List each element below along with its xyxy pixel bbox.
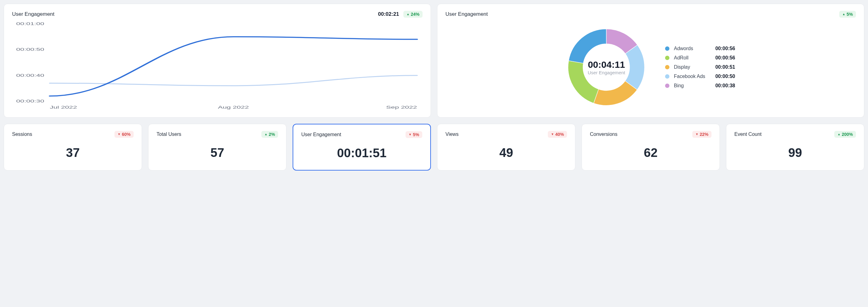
legend-color-icon xyxy=(665,84,670,88)
card-title: User Engagement xyxy=(12,11,55,17)
inline-metric: 00:02:21 xyxy=(378,11,399,17)
legend-label: Bing xyxy=(674,83,711,89)
svg-text:Jul 2022: Jul 2022 xyxy=(50,105,77,109)
kpi-value: 99 xyxy=(734,146,856,160)
donut-chart: 00:04:11 User Engagement xyxy=(566,27,647,108)
donut-legend: Adwords 00:00:56 AdRoll 00:00:56 Display… xyxy=(665,46,735,89)
svg-text:Aug 2022: Aug 2022 xyxy=(218,105,249,109)
svg-text:Sep 2022: Sep 2022 xyxy=(386,105,417,109)
kpi-value: 49 xyxy=(445,146,567,160)
caret-up-icon: ▲ xyxy=(406,13,409,16)
caret-up-icon: ▲ xyxy=(842,13,845,16)
card-header: User Engagement 00:02:21 ▲ 24% xyxy=(12,11,423,18)
kpi-label: Event Count xyxy=(734,131,762,137)
kpi-card[interactable]: Event Count ▲ 200% 99 xyxy=(726,124,864,171)
kpi-label: Views xyxy=(445,131,459,137)
change-badge: ▲ 2% xyxy=(261,131,278,138)
legend-item[interactable]: AdRoll 00:00:56 xyxy=(665,55,735,61)
legend-color-icon xyxy=(665,65,670,69)
change-badge: ▲ 5% xyxy=(839,11,856,18)
change-badge: ▼ 60% xyxy=(115,131,134,138)
kpi-label: Conversions xyxy=(590,131,617,137)
donut-center-value: 00:04:11 xyxy=(588,59,625,70)
kpi-card[interactable]: Conversions ▼ 22% 62 xyxy=(582,124,720,171)
legend-item[interactable]: Bing 00:00:38 xyxy=(665,83,735,89)
legend-value: 00:00:50 xyxy=(715,74,735,79)
change-text: 200% xyxy=(842,132,853,137)
kpi-value: 57 xyxy=(157,146,278,160)
change-text: 22% xyxy=(700,132,708,137)
change-badge: ▼ 5% xyxy=(406,131,422,138)
change-badge: ▲ 24% xyxy=(403,11,423,18)
change-badge: ▼ 40% xyxy=(548,131,567,138)
donut-chart-card: User Engagement ▲ 5% 00:04:11 User Engag… xyxy=(437,4,864,118)
caret-down-icon: ▼ xyxy=(551,133,554,136)
line-chart-card: User Engagement 00:02:21 ▲ 24% 00:00:300… xyxy=(4,4,431,118)
caret-up-icon: ▲ xyxy=(265,133,268,136)
caret-up-icon: ▲ xyxy=(837,133,840,136)
change-text: 5% xyxy=(413,132,419,137)
legend-label: Facebook Ads xyxy=(674,74,711,79)
legend-color-icon xyxy=(665,74,670,79)
legend-value: 00:00:51 xyxy=(715,64,735,70)
change-text: 40% xyxy=(555,132,564,137)
caret-down-icon: ▼ xyxy=(695,133,699,136)
kpi-label: Sessions xyxy=(12,131,32,137)
donut-center-label: User Engagement xyxy=(588,70,625,75)
legend-label: Display xyxy=(674,64,711,70)
kpi-card[interactable]: User Engagement ▼ 5% 00:01:51 xyxy=(292,124,431,171)
card-header: User Engagement ▲ 5% xyxy=(445,11,856,18)
legend-label: Adwords xyxy=(674,46,711,51)
legend-value: 00:00:56 xyxy=(715,46,735,51)
change-text: 60% xyxy=(122,132,130,137)
legend-item[interactable]: Adwords 00:00:56 xyxy=(665,46,735,51)
change-badge: ▲ 200% xyxy=(834,131,856,138)
svg-text:00:00:30: 00:00:30 xyxy=(16,99,44,103)
svg-text:00:00:40: 00:00:40 xyxy=(16,73,44,78)
legend-value: 00:00:38 xyxy=(715,83,735,89)
dashboard-grid: User Engagement 00:02:21 ▲ 24% 00:00:300… xyxy=(4,4,864,171)
kpi-card[interactable]: Views ▼ 40% 49 xyxy=(437,124,576,171)
svg-text:00:01:00: 00:01:00 xyxy=(16,21,44,26)
change-text: 2% xyxy=(269,132,275,137)
legend-item[interactable]: Facebook Ads 00:00:50 xyxy=(665,74,735,79)
kpi-value: 62 xyxy=(590,146,711,160)
change-badge: ▼ 22% xyxy=(692,131,711,138)
legend-color-icon xyxy=(665,47,670,51)
svg-text:00:00:50: 00:00:50 xyxy=(16,48,44,52)
kpi-value: 37 xyxy=(12,146,134,160)
kpi-value: 00:01:51 xyxy=(301,146,422,160)
kpi-card[interactable]: Total Users ▲ 2% 57 xyxy=(148,124,286,171)
legend-label: AdRoll xyxy=(674,55,711,61)
legend-color-icon xyxy=(665,56,670,60)
legend-value: 00:00:56 xyxy=(715,55,735,61)
card-title: User Engagement xyxy=(445,11,488,17)
kpi-label: Total Users xyxy=(157,131,181,137)
legend-item[interactable]: Display 00:00:51 xyxy=(665,64,735,70)
caret-down-icon: ▼ xyxy=(409,133,412,136)
kpi-card[interactable]: Sessions ▼ 60% 37 xyxy=(4,124,142,171)
caret-down-icon: ▼ xyxy=(118,133,121,136)
kpi-label: User Engagement xyxy=(301,132,341,137)
line-chart: 00:00:3000:00:4000:00:5000:01:00Jul 2022… xyxy=(12,21,423,111)
